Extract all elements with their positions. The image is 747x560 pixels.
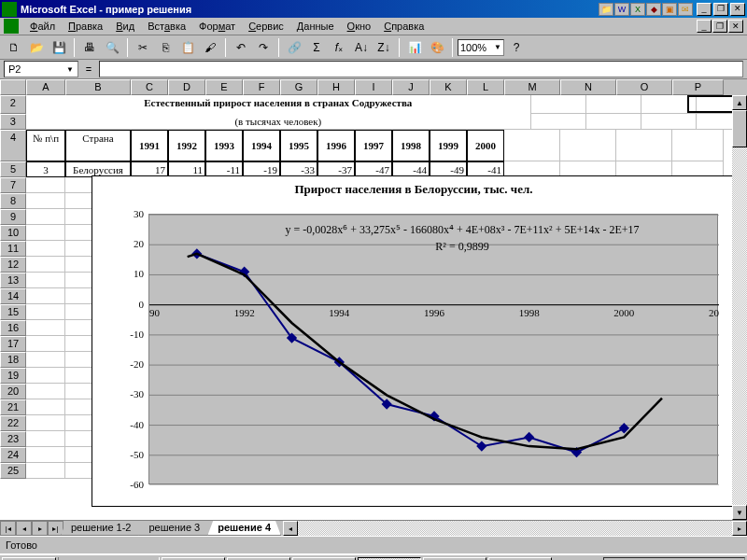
col-header-M[interactable]: M — [504, 79, 560, 95]
cell[interactable] — [26, 209, 65, 225]
col-header-P[interactable]: P — [672, 79, 724, 95]
name-box[interactable]: P2▼ — [4, 61, 78, 77]
row-header[interactable]: 8 — [0, 193, 26, 209]
scroll-thumb[interactable] — [732, 110, 747, 147]
plot-area[interactable]: 1990199219941996199820002002y = -0,0028x… — [148, 214, 718, 484]
cell[interactable] — [26, 273, 65, 288]
print-button[interactable]: 🖶 — [79, 37, 100, 58]
cell[interactable]: 2000 — [467, 130, 504, 161]
col-header-A[interactable]: A — [26, 79, 65, 95]
cell[interactable]: 1991 — [131, 130, 168, 161]
chart-wizard-button[interactable]: 📊 — [404, 37, 425, 58]
outlook-icon[interactable]: ✉ — [678, 3, 693, 16]
cell[interactable] — [26, 352, 65, 368]
preview-button[interactable]: 🔍 — [102, 37, 122, 58]
col-header-E[interactable]: E — [205, 79, 243, 95]
workbook-icon[interactable] — [4, 19, 19, 34]
menu-insert[interactable]: Вставка — [142, 19, 191, 34]
row-header[interactable]: 22 — [0, 415, 26, 431]
cell[interactable] — [26, 320, 65, 336]
cell[interactable]: 1999 — [430, 130, 467, 161]
hyperlink-button[interactable]: 🔗 — [284, 37, 304, 58]
tab-next-button[interactable]: ▸ — [32, 521, 48, 536]
sort-desc-button[interactable]: Z↓ — [374, 37, 394, 58]
cell[interactable] — [504, 130, 560, 161]
col-header-D[interactable]: D — [168, 79, 205, 95]
cell[interactable] — [26, 241, 65, 257]
menu-help[interactable]: Справка — [378, 19, 430, 34]
vertical-scrollbar[interactable]: ▲ ▼ — [732, 95, 747, 520]
row-header[interactable]: 10 — [0, 225, 26, 241]
tab-prev-button[interactable]: ◂ — [16, 521, 32, 536]
cell[interactable]: 1994 — [243, 130, 280, 161]
row-header[interactable]: 3 — [0, 114, 26, 130]
row-header[interactable]: 15 — [0, 304, 26, 320]
col-header-O[interactable]: O — [616, 79, 672, 95]
cell[interactable] — [26, 447, 65, 463]
format-painter-button[interactable]: 🖌 — [200, 37, 220, 58]
cell[interactable]: Страна — [65, 130, 131, 161]
menu-file[interactable]: Файл — [24, 19, 61, 34]
cell[interactable]: № п\п — [26, 130, 65, 161]
menu-format[interactable]: Формат — [193, 19, 241, 34]
cell[interactable] — [560, 130, 616, 161]
col-header-N[interactable]: N — [560, 79, 616, 95]
col-header-B[interactable]: B — [65, 79, 131, 95]
drawing-button[interactable]: 🎨 — [427, 37, 447, 58]
menu-tools[interactable]: Сервис — [243, 19, 289, 34]
access-icon[interactable]: ◆ — [646, 3, 661, 16]
zoom-combo[interactable]: 100%▼ — [458, 39, 504, 56]
cell[interactable]: 1996 — [317, 130, 355, 161]
cell[interactable] — [586, 95, 641, 114]
col-header-I[interactable]: I — [355, 79, 392, 95]
menu-data[interactable]: Данные — [291, 19, 340, 34]
col-header-G[interactable]: G — [280, 79, 317, 95]
row-header[interactable]: 19 — [0, 368, 26, 384]
worksheet-area[interactable]: ABCDEFGHIJKLMNOP 2Естественный прирост н… — [0, 79, 747, 520]
col-header-H[interactable]: H — [317, 79, 355, 95]
cell[interactable] — [26, 463, 65, 479]
cell[interactable] — [26, 225, 65, 241]
col-header-K[interactable]: K — [430, 79, 467, 95]
function-button[interactable]: fₓ — [329, 37, 349, 58]
mdi-restore-button[interactable]: ❐ — [712, 20, 727, 33]
minimize-button[interactable]: _ — [697, 3, 712, 16]
horizontal-scrollbar[interactable]: ◂ ▸ — [283, 521, 747, 536]
cell[interactable]: 1997 — [355, 130, 392, 161]
open-button[interactable]: 📂 — [26, 37, 47, 58]
row-header[interactable]: 12 — [0, 257, 26, 273]
new-button[interactable]: 🗋 — [4, 37, 24, 58]
select-all-corner[interactable] — [0, 79, 26, 95]
cell[interactable] — [26, 193, 65, 209]
scroll-up-button[interactable]: ▲ — [732, 95, 747, 110]
office-shortcut-bar[interactable]: 📁 W X ◆ ▣ ✉ — [599, 3, 693, 16]
row-header[interactable]: 20 — [0, 384, 26, 399]
redo-button[interactable]: ↷ — [253, 37, 274, 58]
row-header[interactable]: 17 — [0, 336, 26, 352]
cell[interactable] — [26, 336, 65, 352]
embedded-chart[interactable]: Прирост населения в Белоруссии, тыс. чел… — [92, 175, 736, 507]
cell[interactable]: 1995 — [280, 130, 317, 161]
col-header-J[interactable]: J — [392, 79, 430, 95]
mdi-minimize-button[interactable]: _ — [697, 20, 712, 33]
undo-button[interactable]: ↶ — [231, 37, 251, 58]
cell[interactable]: Естественный прирост населения в странах… — [26, 95, 532, 114]
row-header[interactable]: 23 — [0, 431, 26, 447]
word-icon[interactable]: W — [614, 3, 629, 16]
col-header-L[interactable]: L — [467, 79, 504, 95]
cell[interactable]: 1993 — [205, 130, 243, 161]
menu-edit[interactable]: Правка — [63, 19, 108, 34]
cell[interactable] — [586, 114, 641, 130]
row-header[interactable]: 24 — [0, 447, 26, 463]
excel-icon[interactable]: X — [630, 3, 645, 16]
cell[interactable] — [531, 114, 586, 130]
cell[interactable] — [531, 95, 586, 114]
save-button[interactable]: 💾 — [49, 37, 69, 58]
paste-button[interactable]: 📋 — [177, 37, 198, 58]
row-header[interactable]: 7 — [0, 177, 26, 193]
cell[interactable]: 1992 — [168, 130, 205, 161]
row-header[interactable]: 9 — [0, 209, 26, 225]
autosum-button[interactable]: Σ — [306, 37, 327, 58]
cell[interactable] — [672, 130, 724, 161]
cell[interactable]: (в тысячах человек) — [26, 114, 532, 130]
